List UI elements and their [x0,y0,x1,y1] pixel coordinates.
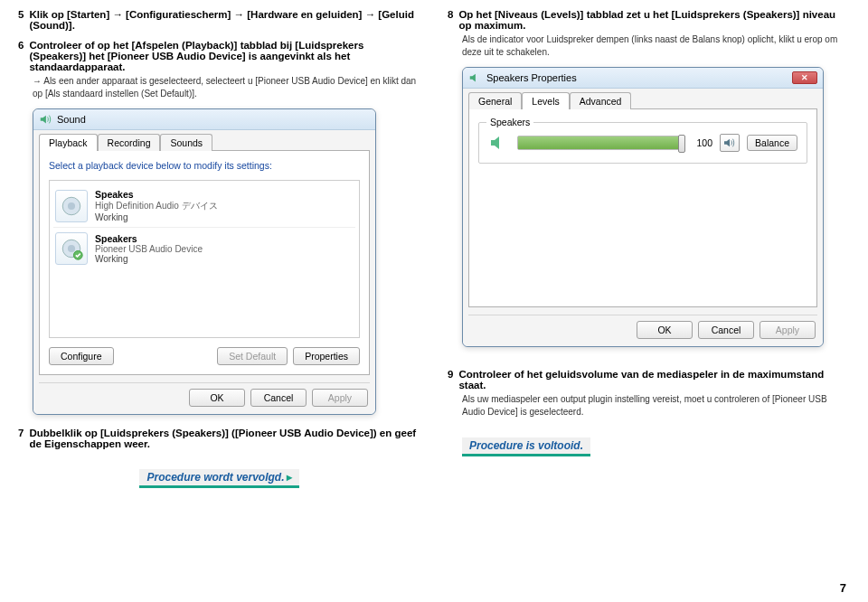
device-name: Speakers [95,233,203,244]
procedure-complete: Procedure is voltooid. [462,437,590,456]
tab-strip: Playback Recording Sounds [39,134,370,151]
balance-button[interactable]: Balance [747,135,797,151]
step-8: 8 Op het [Niveaus (Levels)] tabblad zet … [448,9,850,58]
svg-point-3 [68,245,75,252]
group-legend: Speakers [486,117,533,127]
speaker-icon [488,132,510,154]
sound-icon [39,113,52,126]
step-number: 9 [448,369,453,390]
page-number: 7 [840,581,846,595]
tab-strip: General Levels Advanced [468,92,817,109]
close-icon[interactable]: ✕ [792,71,817,84]
step-text: Controleer of op het [Afspelen (Playback… [29,40,420,72]
tab-levels[interactable]: Levels [522,92,569,109]
apply-button[interactable]: Apply [312,389,368,407]
tab-panel: Select a playback device below to modify… [39,150,370,375]
cancel-button[interactable]: Cancel [698,321,754,339]
device-sub: High Definition Audio デバイス [95,200,218,212]
step-text: Dubbelklik op [Luidsprekers (Speakers)] … [29,428,420,449]
device-name: Speakes [95,189,218,200]
svg-point-1 [68,202,75,209]
title-bar: Sound [33,109,375,130]
cancel-button[interactable]: Cancel [250,389,307,407]
step-note: Als uw mediaspeler een output plugin ins… [462,393,850,418]
ok-button[interactable]: OK [637,321,693,339]
step-text: Klik op [Starten] → [Configuratiescherm]… [29,9,420,31]
step-text: Op het [Niveaus (Levels)] tabblad zet u … [458,9,850,31]
title-bar: Speakers Properties ✕ [463,68,823,89]
speakers-properties-dialog: Speakers Properties ✕ General Levels Adv… [462,67,824,347]
step-9: 9 Controleer of het geluidsvolume van de… [448,369,850,418]
tab-playback[interactable]: Playback [39,134,98,151]
step-7: 7 Dubbelklik op [Luidsprekers (Speakers)… [18,428,420,449]
step-note: → Als een ander apparaat is geselecteerd… [33,75,420,99]
procedure-continues: Procedure wordt vervolgd. [139,469,298,488]
properties-button[interactable]: Properties [293,347,360,365]
step-number: 6 [18,40,24,72]
speaker-icon [468,71,481,84]
volume-slider[interactable] [517,136,684,150]
mute-button[interactable] [720,134,740,152]
configure-button[interactable]: Configure [49,347,114,365]
tab-sounds[interactable]: Sounds [160,134,212,151]
apply-button[interactable]: Apply [760,321,816,339]
sound-dialog: Sound Playback Recording Sounds Select a… [33,108,376,415]
tab-general[interactable]: General [468,92,522,109]
device-status: Working [95,254,203,264]
dialog-title: Sound [57,114,86,125]
volume-value: 100 [691,137,712,148]
speaker-icon [55,232,88,265]
step-6: 6 Controleer of op het [Afspelen (Playba… [18,40,420,99]
tab-panel: Speakers 100 Balan [468,108,817,307]
step-number: 8 [448,9,453,31]
step-number: 5 [18,9,24,31]
step-note: Als de indicator voor Luidspreker dempen… [462,33,850,58]
step-5: 5 Klik op [Starten] → [Configuratiescher… [18,9,420,31]
dialog-title: Speakers Properties [486,72,577,83]
prompt-text: Select a playback device below to modify… [49,160,360,171]
step-number: 7 [18,428,24,449]
set-default-button[interactable]: Set Default [217,347,288,365]
device-list: Speakes High Definition Audio デバイス Worki… [49,180,360,338]
device-sub: Pioneer USB Audio Device [95,244,203,254]
ok-button[interactable]: OK [189,389,245,407]
tab-recording[interactable]: Recording [98,134,161,151]
step-text: Controleer of het geluidsvolume van de m… [458,369,850,390]
device-status: Working [95,212,218,222]
speaker-icon [55,190,88,222]
device-row[interactable]: Speakers Pioneer USB Audio Device Workin… [53,228,355,269]
device-row[interactable]: Speakes High Definition Audio デバイス Worki… [53,184,355,228]
speakers-group: Speakers 100 Balan [478,122,807,164]
tab-advanced[interactable]: Advanced [570,92,632,109]
